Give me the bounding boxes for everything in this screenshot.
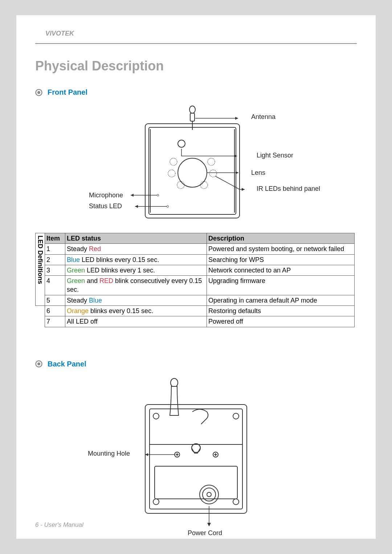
svg-rect-48 — [155, 466, 237, 499]
table-row: 4Green and RED blink consecutively every… — [45, 276, 355, 295]
page-footer: 6 - User's Manual — [35, 521, 83, 529]
cell-item: 6 — [45, 306, 65, 316]
svg-point-13 — [168, 170, 175, 177]
svg-point-12 — [208, 158, 215, 165]
svg-point-3 — [189, 106, 195, 113]
svg-rect-6 — [149, 127, 236, 214]
cell-led-status: All LED off — [65, 316, 207, 327]
table-side-label: LED Definitions — [35, 233, 45, 306]
svg-point-32 — [37, 362, 40, 365]
svg-point-33 — [171, 378, 178, 387]
svg-point-20 — [167, 206, 169, 208]
table-row: 3Green LED blinks every 1 sec.Network co… — [45, 265, 355, 275]
svg-point-17 — [157, 194, 159, 196]
section-title-back: Back Panel — [48, 360, 86, 368]
header-rule — [35, 43, 357, 44]
svg-point-39 — [233, 499, 239, 505]
svg-marker-19 — [131, 194, 134, 197]
svg-point-1 — [37, 91, 40, 94]
bullet-icon — [35, 89, 42, 96]
cell-description: Upgrading firmware — [207, 276, 355, 295]
svg-rect-34 — [145, 405, 247, 513]
callout-lens: Lens — [251, 169, 265, 177]
cell-item: 1 — [45, 244, 65, 254]
brand-header: VIVOTEK — [35, 30, 357, 37]
svg-marker-27 — [236, 171, 238, 174]
led-definitions-table: Item LED status Description 1Steady RedP… — [45, 233, 355, 327]
cell-item: 3 — [45, 265, 65, 275]
cell-led-status: Green and RED blink consecutively every … — [65, 276, 207, 295]
cell-item: 2 — [45, 254, 65, 265]
svg-marker-22 — [135, 205, 138, 208]
svg-point-14 — [209, 170, 217, 177]
cell-description: Powered off — [207, 316, 355, 327]
svg-point-15 — [177, 181, 184, 189]
callout-mounting-hole: Mounting Hole — [88, 450, 130, 457]
cell-led-status: Steady Red — [65, 244, 207, 254]
svg-point-36 — [153, 413, 159, 419]
th-item: Item — [45, 233, 65, 244]
section-title-front: Front Panel — [48, 88, 87, 97]
table-row: 5Steady BlueOperating in camera default … — [45, 295, 355, 305]
svg-marker-55 — [207, 523, 211, 526]
table-row: 1Steady RedPowered and system booting, o… — [45, 244, 355, 254]
cell-item: 7 — [45, 316, 65, 327]
front-panel-diagram: Antenna Light Sensor Lens IR LEDs behind… — [35, 104, 357, 227]
svg-point-16 — [200, 181, 208, 189]
callout-microphone: Microphone — [89, 192, 123, 199]
cell-led-status: Green LED blinks every 1 sec. — [65, 265, 207, 275]
svg-point-38 — [153, 499, 159, 505]
callout-power-cord: Power Cord — [188, 529, 222, 537]
svg-rect-35 — [150, 409, 242, 509]
section-heading-back: Back Panel — [35, 360, 357, 368]
callout-antenna: Antenna — [251, 113, 275, 121]
page-title: Physical Description — [35, 58, 357, 74]
table-row: 2Blue LED blinks every 0.15 sec.Searchin… — [45, 254, 355, 265]
svg-point-10 — [178, 158, 207, 187]
cell-item: 4 — [45, 276, 65, 295]
svg-point-9 — [178, 140, 185, 147]
led-definitions-table-wrap: LED Definitions Item LED status Descript… — [35, 233, 357, 327]
front-panel-svg — [36, 104, 356, 227]
bullet-icon — [35, 360, 42, 368]
callout-status-led: Status LED — [89, 202, 122, 210]
cell-description: Restoring defaults — [207, 306, 355, 316]
svg-marker-30 — [242, 188, 245, 191]
svg-marker-24 — [235, 117, 238, 120]
cell-description: Network connected to an AP — [207, 265, 355, 275]
th-led-status: LED status — [65, 233, 207, 244]
cell-description: Operating in camera default AP mode — [207, 295, 355, 305]
cell-led-status: Steady Blue — [65, 295, 207, 305]
svg-point-51 — [207, 492, 211, 497]
svg-rect-5 — [145, 124, 240, 218]
back-panel-svg — [36, 376, 356, 542]
section-heading-front: Front Panel — [35, 88, 357, 97]
cell-led-status: Blue LED blinks every 0.15 sec. — [65, 254, 207, 265]
manual-page: VIVOTEK Physical Description Front Panel — [16, 15, 376, 539]
svg-rect-4 — [190, 113, 195, 121]
th-description: Description — [207, 233, 355, 244]
svg-point-11 — [170, 158, 177, 165]
svg-marker-53 — [145, 453, 148, 456]
table-header-row: Item LED status Description — [45, 233, 355, 244]
table-row: 7All LED offPowered off — [45, 316, 355, 327]
cell-led-status: Orange blinks every 0.15 sec. — [65, 306, 207, 316]
svg-point-37 — [233, 413, 239, 419]
cell-description: Powered and system booting, or network f… — [207, 244, 355, 254]
table-row: 6Orange blinks every 0.15 sec.Restoring … — [45, 306, 355, 316]
callout-light-sensor: Light Sensor — [257, 152, 293, 159]
callout-ir-leds: IR LEDs behind panel — [257, 185, 322, 193]
cell-item: 5 — [45, 295, 65, 305]
cell-description: Searching for WPS — [207, 254, 355, 265]
